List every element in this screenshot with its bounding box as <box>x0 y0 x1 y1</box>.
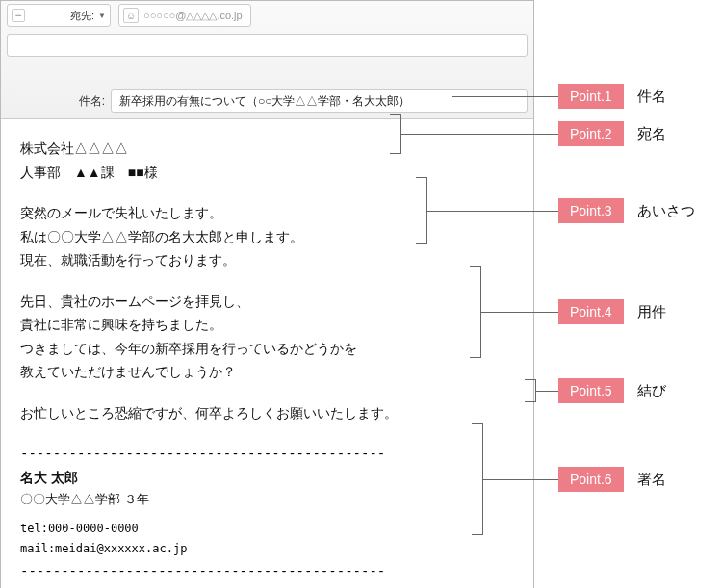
point-label: 宛名 <box>637 125 666 143</box>
subject-value: 新卒採用の有無について（○○大学△△学部・名大太郎） <box>119 93 411 110</box>
callout-5: Point.5 結び <box>525 378 666 403</box>
to-row: − 宛先: ▼ ☺ ○○○○○@△△△△.co.jp <box>1 1 533 30</box>
point-badge: Point.3 <box>558 198 624 223</box>
signature-name: 名大 太郎 <box>20 466 514 490</box>
callout-4: Point.4 用件 <box>470 266 666 358</box>
callout-bracket <box>470 266 481 358</box>
main-line: 先日、貴社のホームページを拝見し、 <box>20 290 514 314</box>
callout-line <box>401 134 558 135</box>
point-label: 結び <box>637 382 666 400</box>
callout-line <box>452 96 558 97</box>
remove-icon[interactable]: − <box>12 9 25 22</box>
recipient-address: ○○○○○@△△△△.co.jp <box>143 10 243 22</box>
callout-bracket <box>390 114 401 154</box>
signature-mail: mail:meidai@xxxxxx.ac.jp <box>20 539 514 559</box>
signature-affil: 〇〇大学△△学部 ３年 <box>20 489 514 511</box>
callout-line <box>481 312 558 313</box>
point-badge: Point.4 <box>558 299 624 324</box>
cc-input[interactable] <box>7 34 528 57</box>
chevron-down-icon[interactable]: ▼ <box>98 12 106 20</box>
point-badge: Point.5 <box>558 378 624 403</box>
main-line: つきましては、今年の新卒採用を行っているかどうかを <box>20 337 514 361</box>
point-label: 用件 <box>637 303 666 321</box>
to-field-selector[interactable]: − 宛先: ▼ <box>7 4 111 27</box>
point-badge: Point.1 <box>558 84 624 109</box>
callout-1: Point.1 件名 <box>452 84 666 109</box>
subject-label: 件名: <box>7 93 111 110</box>
greeting-line: 現在、就職活動を行っております。 <box>20 248 514 272</box>
to-label: 宛先: <box>29 9 98 23</box>
callout-3: Point.3 あいさつ <box>416 177 695 244</box>
contact-icon: ☺ <box>123 8 139 23</box>
callout-bracket <box>416 177 427 244</box>
callout-bracket <box>525 379 536 402</box>
callout-line <box>427 211 558 212</box>
callout-line <box>536 391 558 392</box>
point-label: あいさつ <box>637 202 695 220</box>
point-badge: Point.2 <box>558 121 624 146</box>
main-block: 先日、貴社のホームページを拝見し、 貴社に非常に興味を持ちました。 つきましては… <box>20 290 514 384</box>
main-line: 教えていただけませんでしょうか？ <box>20 360 514 384</box>
signature-sep: ----------------------------------------… <box>20 559 514 583</box>
point-label: 署名 <box>637 471 666 489</box>
callout-6: Point.6 署名 <box>472 423 666 535</box>
callout-2: Point.2 宛名 <box>390 114 666 154</box>
signature-block: ----------------------------------------… <box>20 442 514 582</box>
signature-sep: ----------------------------------------… <box>20 442 514 466</box>
callout-line <box>483 479 558 480</box>
closing-line: お忙しいところ恐縮ですが、何卒よろしくお願いいたします。 <box>20 401 514 425</box>
callout-bracket <box>472 423 483 535</box>
recipient-chip[interactable]: ☺ ○○○○○@△△△△.co.jp <box>118 4 251 27</box>
signature-tel: tel:000-0000-0000 <box>20 519 514 539</box>
main-line: 貴社に非常に興味を持ちました。 <box>20 313 514 337</box>
point-label: 件名 <box>637 88 666 106</box>
point-badge: Point.6 <box>558 467 624 492</box>
closing-block: お忙しいところ恐縮ですが、何卒よろしくお願いいたします。 <box>20 401 514 425</box>
